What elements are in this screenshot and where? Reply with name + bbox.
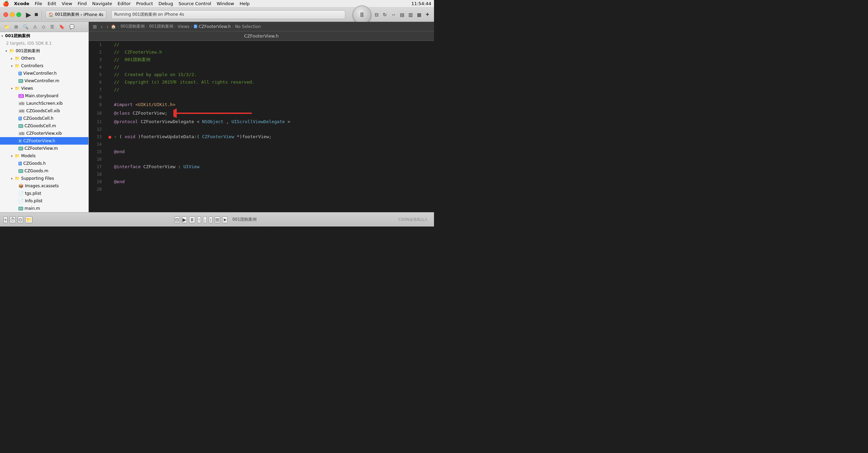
sidebar-root[interactable]: 001团购案例	[0, 32, 88, 40]
stop-button[interactable]: ■	[34, 11, 38, 18]
file-icon: 📄	[18, 191, 24, 196]
code-line: 7 //	[89, 86, 434, 93]
apple-menu[interactable]: 🍎	[3, 1, 9, 7]
comment-btn[interactable]: 💬	[68, 24, 76, 30]
menu-view[interactable]: View	[60, 1, 74, 6]
sidebar-item-czfooterview-xib[interactable]: xib CZFooterView.xib	[0, 130, 88, 137]
sidebar-item-tgs-plist[interactable]: 📄 tgs.plist	[0, 190, 88, 197]
pause-button[interactable]: ⏸	[353, 5, 371, 24]
sidebar-item-models[interactable]: 📁 Models	[0, 152, 88, 160]
diamond-btn[interactable]: ◇	[41, 24, 47, 30]
sidebar-item-launchscreen[interactable]: xib LaunchScreen.xib	[0, 100, 88, 107]
menu-source-control[interactable]: Source Control	[176, 1, 213, 6]
editor-toggle-button[interactable]: ▤	[399, 11, 406, 18]
toolbar: ▶ ■ 🏠 001团购案例 › iPhone 4s Running 001团购案…	[0, 8, 434, 22]
file-type-icon: m	[18, 147, 23, 150]
add-button[interactable]: +	[424, 10, 431, 19]
sidebar-item-czfooterview-h[interactable]: h CZFooterView.h	[0, 137, 88, 145]
project-label: 001团购案例	[232, 217, 257, 222]
folder-icon: 📁	[15, 154, 20, 158]
menu-editor[interactable]: Editor	[116, 1, 133, 6]
folder-btn[interactable]: 📁	[25, 216, 32, 223]
jump-button[interactable]: ↻	[381, 11, 388, 18]
sidebar-item-images[interactable]: 📦 Images.xcassets	[0, 182, 88, 190]
sidebar-item-main-m[interactable]: m main.m	[0, 205, 88, 212]
grid-btn[interactable]: ⊞	[13, 24, 19, 30]
editor-btn-2[interactable]: ▶	[182, 216, 187, 223]
triangle-icon	[5, 49, 7, 53]
scheme-selector[interactable]: 🏠 001团购案例 › iPhone 4s	[45, 10, 106, 19]
editor-btn-4[interactable]: ↑	[197, 216, 201, 223]
file-type-icon: xib	[18, 132, 25, 135]
crumb-views[interactable]: Views	[178, 24, 190, 29]
scheme-name: 001团购案例	[55, 12, 79, 17]
code-line: 5 // Created by apple on 15/3/2.	[89, 71, 434, 78]
menu-debug[interactable]: Debug	[156, 1, 175, 6]
sidebar-item-label: CZGoodsCell.h	[23, 116, 53, 121]
sidebar-item-czgoodscell-h[interactable]: h CZGoodsCell.h	[0, 115, 88, 122]
sidebar-item-controllers[interactable]: 📁 Controllers	[0, 62, 88, 70]
menu-edit[interactable]: Edit	[46, 1, 58, 6]
menu-xcode[interactable]: Xcode	[12, 1, 31, 6]
panel-toggle-button[interactable]: ▦	[416, 11, 423, 18]
editor-btn-3[interactable]: ⏸	[189, 216, 195, 223]
filter-btn[interactable]: ⊙	[18, 216, 23, 223]
sidebar-item-views[interactable]: 📁 Views	[0, 85, 88, 92]
sidebar-item-others[interactable]: 📁 Others	[0, 55, 88, 62]
list-btn[interactable]: ☰	[49, 24, 56, 30]
crumb-1[interactable]: 001团购案例	[120, 24, 145, 29]
sidebar-item-czgoodscell-xib[interactable]: xib CZGoodsCell.xib	[0, 107, 88, 115]
editor-btn-5[interactable]: ↓	[203, 216, 207, 223]
code-line: 2 // CZFooterView.h	[89, 48, 434, 56]
split-horizontal-button[interactable]: ↔	[390, 11, 397, 18]
code-line: 18	[89, 171, 434, 178]
grid-layout-btn[interactable]: ⊞	[91, 23, 98, 30]
search-btn[interactable]: 🔍	[21, 24, 30, 30]
menubar: 🍎 Xcode File Edit View Find Navigate Edi…	[0, 0, 434, 8]
add-file-btn[interactable]: +	[3, 216, 8, 223]
close-button[interactable]	[3, 12, 8, 17]
sidebar-item-group-001[interactable]: 📁 001团购案例	[0, 47, 88, 55]
sidebar-item-supporting[interactable]: 📁 Supporting Files	[0, 175, 88, 182]
history-btn[interactable]: ⏱	[10, 216, 16, 223]
sidebar-item-viewcontroller-h[interactable]: h ViewController.h	[0, 70, 88, 77]
structure-view-button[interactable]: ⊟	[373, 11, 380, 18]
sidebar-item-czgoods-m[interactable]: m CZGoods.m	[0, 167, 88, 175]
sidebar-item-czfooterview-m[interactable]: m CZFooterView.m	[0, 145, 88, 152]
canvas-toggle-button[interactable]: ▥	[407, 11, 414, 18]
editor-btn-1[interactable]: ⊟	[174, 216, 180, 223]
code-editor[interactable]: 1 // 2 // CZFooterView.h 3 // 001团购案例 4	[89, 41, 434, 212]
back-btn[interactable]: ‹	[100, 23, 104, 30]
crumb-file-icon: h	[194, 25, 197, 28]
forward-btn[interactable]: ›	[105, 23, 110, 30]
menu-navigate[interactable]: Navigate	[90, 1, 114, 6]
menu-window[interactable]: Window	[215, 1, 236, 6]
maximize-button[interactable]	[16, 12, 21, 17]
sidebar-item-main-storyboard[interactable]: sb Main.storyboard	[0, 92, 88, 100]
warning-btn[interactable]: ⚠	[32, 24, 39, 30]
crumb-no-selection[interactable]: No Selection	[235, 24, 261, 29]
editor-btn-8[interactable]: ➤	[222, 216, 228, 223]
menu-find[interactable]: Find	[76, 1, 89, 6]
menu-help[interactable]: Help	[237, 1, 252, 6]
file-type-icon: h	[18, 117, 22, 120]
crumb-2[interactable]: 001团购案例	[149, 24, 173, 29]
folder-icon-btn[interactable]: 📁	[3, 24, 11, 30]
sidebar-item-viewcontroller-m[interactable]: m ViewController.m	[0, 77, 88, 85]
crumb-filename[interactable]: CZFooterView.h	[199, 24, 231, 29]
sidebar-item-czgoods-h[interactable]: h CZGoods.h	[0, 160, 88, 167]
menu-file[interactable]: File	[33, 1, 44, 6]
sidebar-item-label: Images.xcassets	[25, 184, 59, 188]
sidebar-item-info-plist[interactable]: 📄 Info.plist	[0, 197, 88, 205]
menu-product[interactable]: Product	[134, 1, 155, 6]
code-line: 16	[89, 156, 434, 163]
sidebar-item-czgoodscell-m[interactable]: m CZGoodsCell.m	[0, 122, 88, 130]
breadcrumb: 🏠 › 001团购案例 › 001团购案例 › Views › h CZFoot…	[111, 24, 261, 29]
run-button[interactable]: ▶	[26, 11, 31, 19]
editor-btn-7[interactable]: ⊞	[215, 216, 220, 223]
editor-btn-6[interactable]: ↕	[209, 216, 213, 223]
minimize-button[interactable]	[10, 12, 15, 17]
code-line: 14	[89, 141, 434, 148]
clock: 11:54:44	[411, 1, 431, 6]
tag-btn[interactable]: 🔖	[58, 24, 66, 30]
